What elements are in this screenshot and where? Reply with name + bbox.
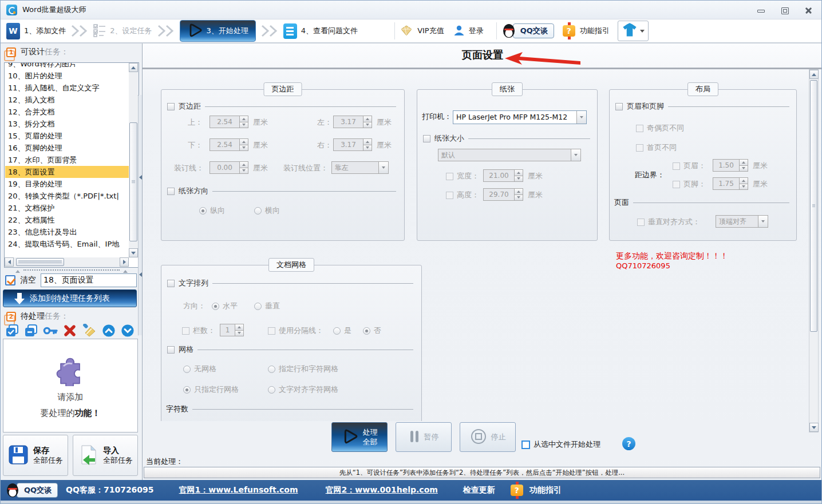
spin-down-icon[interactable] (363, 145, 372, 151)
header-footer-checkbox[interactable] (615, 103, 623, 110)
task-list-item[interactable]: 16、页脚的处理 (5, 142, 129, 154)
step-set-tasks[interactable]: 2、设定任务 (93, 23, 152, 39)
qq-chat-button[interactable]: QQ交谈 (501, 22, 554, 40)
select-all-icon[interactable] (5, 324, 19, 338)
import-all-tasks-button[interactable]: 导入 全部任务 (73, 435, 138, 476)
task-list-item[interactable]: 11、插入随机、自定义文字 (5, 82, 129, 94)
spin-up-icon[interactable] (240, 162, 248, 168)
main-vscrollbar[interactable] (809, 69, 819, 432)
add-to-pending-button[interactable]: 添加到待处理任务列表 (3, 289, 137, 307)
task-list-vscrollbar[interactable] (129, 63, 139, 257)
text-flow-checkbox[interactable] (167, 280, 175, 287)
maximize-button[interactable] (780, 6, 789, 14)
gutter-spinner[interactable]: 0.00 (210, 161, 248, 174)
spin-down-icon[interactable] (240, 168, 248, 174)
move-down-icon[interactable] (121, 324, 135, 338)
step-add-files[interactable]: W 1、添加文件 (6, 23, 66, 39)
task-list-item[interactable]: 22、文档属性 (5, 214, 129, 226)
task-list-item[interactable]: 10、图片的处理 (5, 70, 129, 82)
spin-up-icon[interactable] (240, 116, 248, 122)
paper-height-spinner[interactable]: 29.70 (483, 188, 523, 201)
horizontal-radio[interactable] (212, 303, 219, 310)
close-button[interactable] (804, 6, 813, 14)
margin-top-spinner[interactable]: 2.54 (210, 116, 248, 128)
login-button[interactable]: 登录 (453, 25, 484, 38)
task-list-item[interactable]: 12、插入文档 (5, 94, 129, 106)
printer-combobox[interactable]: HP LaserJet Pro MFP M125-M12 (453, 110, 587, 124)
columns-checkbox[interactable] (182, 327, 189, 335)
stop-button[interactable]: 停止 (460, 422, 516, 452)
paper-size-combobox[interactable]: 默认 (438, 149, 581, 161)
paper-width-checkbox[interactable] (446, 173, 453, 180)
no-grid-radio[interactable] (183, 366, 191, 373)
process-all-button[interactable]: 处理 全部 (331, 422, 388, 452)
spin-up-icon[interactable] (740, 160, 748, 165)
site1-link[interactable]: 官网1：www.Lefunsoft.com (179, 485, 298, 495)
vip-recharge-button[interactable]: VIP充值 (400, 24, 444, 38)
task-list-item[interactable]: 20、转换文件类型（*.PDF|*.txt| (5, 190, 129, 202)
spin-down-icon[interactable] (240, 122, 248, 128)
task-list-item[interactable]: 17、水印、页面背景 (5, 154, 129, 166)
spin-up-icon[interactable] (235, 324, 243, 330)
combo-caret-icon[interactable] (378, 162, 388, 173)
separator-line-checkbox[interactable] (268, 327, 275, 335)
spin-down-icon[interactable] (235, 330, 243, 336)
spin-up-icon[interactable] (363, 139, 372, 145)
paper-width-spinner[interactable]: 21.00 (483, 169, 523, 182)
orientation-checkbox[interactable] (167, 188, 175, 195)
statusbar-guide-link[interactable]: 功能指引 (529, 485, 562, 495)
footer-distance-checkbox[interactable] (673, 181, 680, 188)
combo-caret-icon[interactable] (576, 111, 586, 124)
spin-down-icon[interactable] (515, 195, 523, 201)
task-list-item[interactable]: 19、目录的处理 (5, 178, 129, 190)
spin-down-icon[interactable] (740, 184, 748, 190)
sidebar-splitter[interactable] (138, 95, 142, 335)
spin-down-icon[interactable] (363, 122, 372, 128)
char-align-grid-radio[interactable] (268, 386, 275, 394)
scroll-up-icon[interactable] (129, 63, 138, 72)
portrait-radio[interactable] (199, 207, 207, 215)
spin-up-icon[interactable] (740, 178, 748, 184)
main-vscroll-thumb[interactable] (810, 80, 817, 332)
task-list-item[interactable]: 23、信息统计及导出 (5, 226, 129, 238)
step-view-problem-files[interactable]: 4、查看问题文件 (283, 23, 358, 39)
start-from-selected-checkbox[interactable] (521, 440, 530, 449)
site2-link[interactable]: 官网2：www.001help.com (326, 485, 438, 495)
task-list-item[interactable]: 21、文档保护 (5, 202, 129, 214)
clear-checkbox[interactable] (5, 275, 15, 285)
step-start-process[interactable]: 3、开始处理 (180, 20, 256, 42)
spin-up-icon[interactable] (363, 116, 372, 122)
vertical-radio[interactable] (254, 303, 262, 310)
check-update-link[interactable]: 检查更新 (463, 485, 495, 495)
header-distance-spinner[interactable]: 1.50 (713, 159, 748, 172)
valign-combobox[interactable]: 顶端对齐 (716, 215, 768, 228)
spin-down-icon[interactable] (740, 165, 748, 172)
line-char-grid-radio[interactable] (268, 366, 275, 373)
broom-icon[interactable] (82, 324, 97, 338)
footer-distance-spinner[interactable]: 1.75 (713, 177, 748, 190)
task-list-item-selected[interactable]: 18、页面设置 (5, 166, 129, 178)
statusbar-qq-chat-button[interactable]: QQ交谈 (5, 482, 58, 499)
combo-caret-icon[interactable] (758, 216, 768, 227)
task-list-item[interactable]: 24、提取电话号码、Email、IP地 (5, 238, 129, 250)
pause-button[interactable]: 暂停 (396, 422, 452, 452)
scroll-down-icon[interactable] (809, 423, 819, 432)
spin-down-icon[interactable] (515, 176, 523, 182)
separator-no-radio[interactable] (363, 327, 370, 335)
paper-size-checkbox[interactable] (423, 135, 430, 142)
skin-dropdown-button[interactable] (618, 21, 649, 41)
vscroll-thumb[interactable] (129, 122, 137, 241)
margin-bottom-spinner[interactable]: 2.54 (210, 138, 248, 151)
task-list-item[interactable]: 15、页眉的处理 (5, 130, 129, 142)
separator-yes-radio[interactable] (333, 327, 341, 335)
delete-x-icon[interactable] (63, 324, 77, 338)
margins-checkbox[interactable] (167, 103, 175, 110)
scroll-up-icon[interactable] (809, 70, 819, 79)
scroll-down-icon[interactable] (129, 248, 138, 257)
key-icon[interactable] (43, 324, 58, 338)
grid-checkbox[interactable] (167, 346, 175, 354)
task-list-hscrollbar[interactable] (5, 257, 129, 267)
help-icon[interactable]: ? (622, 437, 635, 450)
paper-height-checkbox[interactable] (446, 192, 453, 199)
scroll-right-icon[interactable] (120, 257, 129, 267)
